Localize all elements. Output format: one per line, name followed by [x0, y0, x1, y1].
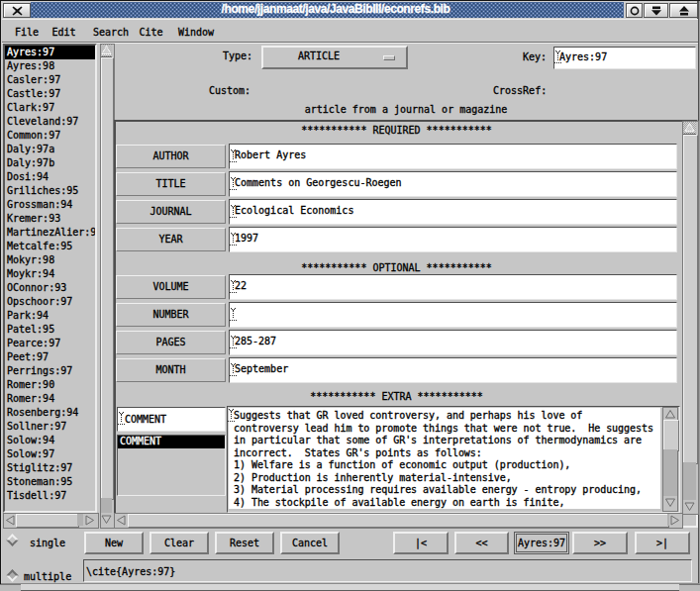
number-field-input[interactable]: [229, 302, 677, 328]
year-field-input[interactable]: 1997: [229, 227, 677, 252]
menu-window[interactable]: Window: [178, 27, 214, 38]
bib-list-item[interactable]: Daly:97a: [5, 143, 95, 156]
type-option-menu[interactable]: ARTICLE: [261, 46, 408, 69]
bib-list-item[interactable]: Park:94: [5, 309, 95, 323]
list-scroll-left-arrow[interactable]: [4, 514, 16, 526]
bibliography-list[interactable]: Ayres:97Ayres:98Casler:97Castle:97Clark:…: [3, 44, 97, 513]
volume-field-input[interactable]: 22: [229, 274, 677, 300]
bib-list-item[interactable]: Common:97: [5, 129, 95, 143]
list-scroll-down-arrow[interactable]: [101, 513, 112, 526]
nav-next-button[interactable]: >>: [572, 532, 628, 554]
month-field-input[interactable]: September: [229, 357, 677, 383]
pages-field-input[interactable]: 285-287: [229, 330, 677, 355]
bib-list-item[interactable]: Stiglitz:97: [5, 461, 95, 475]
list-scrollbar-track[interactable]: [101, 498, 112, 513]
bib-list-item[interactable]: Patel:95: [5, 323, 95, 337]
menu-edit[interactable]: Edit: [52, 27, 76, 38]
clear-button[interactable]: Clear: [150, 532, 209, 554]
textarea-scroll-up-arrow[interactable]: [663, 408, 677, 420]
bib-list-item[interactable]: Ayres:97: [5, 46, 95, 59]
journal-field-input[interactable]: Ecological Economics: [229, 199, 677, 225]
bib-list-item[interactable]: Griliches:95: [5, 184, 95, 198]
bib-list-item[interactable]: Romer:94: [5, 392, 95, 406]
bib-list-item[interactable]: Cleveland:97: [5, 115, 95, 129]
window-resize-corner-left[interactable]: [0, 584, 21, 591]
nav-current-label: Ayres:97: [516, 534, 567, 552]
panel-scroll-left-arrow[interactable]: [115, 514, 128, 526]
bib-list-item[interactable]: Dosi:94: [5, 170, 95, 184]
panel-scroll-up-arrow[interactable]: [683, 122, 696, 135]
bib-list-item[interactable]: Solow:97: [5, 447, 95, 461]
cite-command-field[interactable]: \cite{Ayres:97}: [83, 559, 692, 582]
title-field-label: TITLE: [116, 172, 226, 196]
bib-list-item[interactable]: Castle:97: [5, 87, 95, 101]
bib-list-item[interactable]: Grossman:94: [5, 198, 95, 212]
menu-file[interactable]: File: [15, 27, 39, 38]
window-minimize-button[interactable]: [644, 3, 668, 18]
bib-list-item[interactable]: Mokyr:98: [5, 253, 95, 267]
text-cursor: [228, 409, 235, 422]
bib-list-item[interactable]: Perrings:97: [5, 364, 95, 378]
window-resize-corner-right[interactable]: [679, 584, 700, 591]
extra-list-item[interactable]: COMMENT: [118, 436, 225, 448]
panel-scrollbar-track[interactable]: [683, 462, 696, 500]
textarea-scrollbar-track[interactable]: [663, 449, 677, 496]
cancel-button[interactable]: Cancel: [280, 532, 340, 554]
panel-scroll-down-arrow[interactable]: [683, 500, 696, 512]
bib-list-item[interactable]: Sollner:97: [5, 420, 95, 434]
panel-scroll-right-arrow[interactable]: [669, 514, 680, 526]
panel-hscrollbar-thumb[interactable]: [128, 514, 669, 528]
bib-list-item[interactable]: Opschoor:97: [5, 295, 95, 309]
extra-fields-list[interactable]: COMMENT: [117, 435, 226, 496]
bib-list-item[interactable]: Pearce:97: [5, 337, 95, 350]
minimize-icon: [650, 6, 662, 16]
reset-button[interactable]: Reset: [215, 532, 274, 554]
bib-list-item[interactable]: Daly:97b: [5, 156, 95, 170]
nav-prev-button[interactable]: <<: [454, 532, 509, 554]
text-cursor: [230, 233, 237, 246]
single-label: single: [30, 538, 65, 548]
window-close-button[interactable]: [3, 3, 31, 18]
up-arrow-icon: [684, 122, 695, 133]
bib-list-item[interactable]: Stoneman:95: [5, 475, 95, 489]
extra-value-text[interactable]: Suggests that GR loved controversy, and …: [229, 408, 660, 509]
textarea-scrollbar-thumb[interactable]: [663, 420, 679, 451]
bib-list-item[interactable]: Tisdell:97: [5, 489, 95, 503]
bib-list-item[interactable]: Romer:90: [5, 378, 95, 392]
bib-list-item[interactable]: MartinezAlier:97: [5, 226, 95, 240]
key-label: Key:: [523, 51, 547, 62]
extra-field-name-input[interactable]: COMMENT: [117, 407, 226, 432]
bib-list-item[interactable]: Ayres:98: [5, 59, 95, 73]
window-titlebar[interactable]: /home/jjanmaat/java/JavaBibIII/econrefs.…: [31, 2, 624, 18]
bib-list-item[interactable]: Metcalfe:95: [5, 240, 95, 253]
list-hscrollbar-thumb[interactable]: [16, 514, 79, 528]
nav-current-record: Ayres:97: [514, 532, 569, 554]
list-scroll-right-arrow[interactable]: [83, 514, 96, 526]
bib-list-item[interactable]: Solow:94: [5, 434, 95, 447]
year-field-text: 1997: [235, 233, 258, 244]
bib-list-item[interactable]: Peet:97: [5, 350, 95, 364]
panel-scrollbar-thumb[interactable]: [683, 135, 698, 464]
nav-first-button[interactable]: |<: [393, 532, 449, 554]
year-field-label: YEAR: [116, 228, 226, 251]
textarea-scroll-down-arrow[interactable]: [663, 496, 677, 508]
key-field[interactable]: Ayres:97: [553, 47, 696, 69]
new-button[interactable]: New: [84, 532, 144, 554]
bib-list-item[interactable]: OConnor:93: [5, 281, 95, 295]
title-field-input[interactable]: Comments on Georgescu-Roegen: [229, 171, 677, 197]
bib-list-item[interactable]: Kremer:93: [5, 212, 95, 226]
list-scroll-up-arrow[interactable]: [101, 45, 112, 57]
bib-list-item[interactable]: Moykr:94: [5, 267, 95, 281]
close-icon: [12, 6, 23, 16]
author-field-input[interactable]: Robert Ayres: [229, 144, 677, 169]
nav-last-button[interactable]: >|: [635, 532, 690, 554]
list-scrollbar-thumb[interactable]: [101, 57, 114, 500]
menu-cite[interactable]: Cite: [140, 27, 163, 38]
bib-list-item[interactable]: Rosenberg:94: [5, 406, 95, 420]
down-arrow-icon: [684, 501, 695, 512]
window-menu-button[interactable]: [626, 3, 643, 18]
bib-list-item[interactable]: Clark:97: [5, 101, 95, 115]
bib-list-item[interactable]: Casler:97: [5, 73, 95, 87]
window-maximize-button[interactable]: [669, 3, 698, 18]
menu-search[interactable]: Search: [93, 27, 129, 38]
